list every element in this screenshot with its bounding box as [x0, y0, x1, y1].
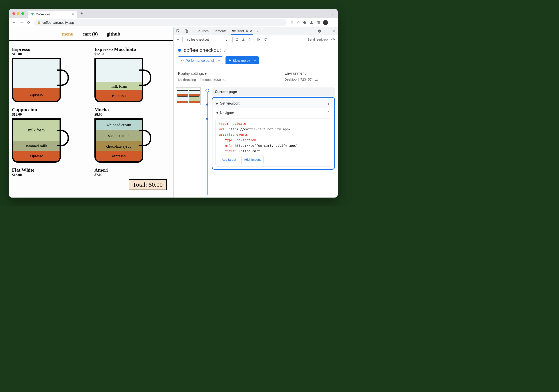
send-feedback-link[interactable]: Send feedback [308, 38, 328, 41]
chevron-right-icon: ▸ [216, 101, 218, 106]
svg-point-8 [265, 40, 266, 41]
play-icon [228, 59, 232, 62]
step-menu-icon[interactable]: ⋮ [327, 101, 330, 106]
reload-button[interactable]: ⟳ [27, 20, 30, 25]
steps-area: Current page ⋮ ▸ Set viewport ⋮ [174, 85, 338, 197]
product-name: Cappuccino [12, 107, 88, 113]
new-recording-icon[interactable] [176, 38, 180, 41]
svg-rect-3 [185, 29, 187, 32]
address-bar: ← → ⟳ 🔒 coffee-cart.netlify.app ☆ ⋮ [9, 18, 338, 27]
add-timeout-button[interactable]: Add timeout [241, 156, 264, 164]
export-icon[interactable] [235, 38, 239, 41]
product-name: Flat White [12, 167, 88, 173]
step-current-page[interactable]: Current page ⋮ [212, 88, 335, 96]
maximize-window-icon[interactable] [21, 12, 24, 15]
step-over-icon[interactable] [257, 38, 261, 41]
svg-rect-0 [317, 21, 319, 24]
layer-whipped-cream: whipped cream [96, 120, 142, 130]
product-americano[interactable]: Americano $7.00 [94, 167, 170, 179]
forward-button[interactable]: → [19, 20, 24, 25]
browser-tab[interactable]: Coffee cart ✕ [28, 11, 77, 18]
product-cappuccino[interactable]: Cappuccino $19.00 milk foam steamed milk… [12, 107, 88, 165]
extensions-icon[interactable] [303, 21, 307, 24]
product-price: $8.00 [94, 113, 170, 116]
step-group-selected: ▸ Set viewport ⋮ ▾ Navigate ⋮ [212, 97, 335, 170]
nav-github[interactable]: github [107, 31, 120, 37]
step-set-viewport[interactable]: ▸ Set viewport ⋮ [213, 99, 334, 108]
tab-elements[interactable]: Elements [213, 29, 227, 33]
settings-row: Replay settings▸ No throttling Timeout: … [174, 68, 338, 85]
vue-favicon-icon [31, 12, 34, 16]
product-mocha[interactable]: Mocha $8.00 whipped cream steamed milk c… [94, 107, 170, 165]
product-flat-white[interactable]: Flat White $18.00 [12, 167, 88, 179]
step-thumbnail[interactable] [176, 88, 201, 105]
product-name: Americano [94, 167, 108, 173]
back-button[interactable]: ← [12, 20, 16, 25]
step-menu-icon[interactable]: ⋮ [327, 111, 330, 115]
replay-settings[interactable]: Replay settings▸ No throttling Timeout: … [178, 71, 284, 81]
svg-rect-7 [258, 38, 258, 40]
recorder-toolbar: coffee checkout ⌄ Send feedback [174, 35, 338, 44]
chevron-down-icon: ⌄ [225, 38, 228, 41]
settings-icon[interactable] [317, 29, 321, 33]
page-content: menu cart (0) github Espresso $10.00 esp… [9, 27, 173, 197]
viewport-value: 723×574 px [300, 78, 318, 81]
step-navigate[interactable]: ▾ Navigate ⋮ type: navigate url: https:/… [213, 108, 334, 167]
lock-icon: 🔒 [37, 21, 41, 24]
recording-controls: Performance panel ▾ Slow replay ▾ [174, 56, 338, 68]
tab-sources[interactable]: Sources [196, 29, 209, 33]
product-name: Mocha [94, 107, 170, 113]
close-window-icon[interactable] [12, 12, 15, 15]
tab-dropdown-icon[interactable]: ⌄ [332, 12, 334, 15]
share-icon[interactable] [290, 21, 294, 24]
close-tab-icon[interactable]: ✕ [250, 29, 253, 33]
profile-avatar[interactable] [323, 20, 328, 25]
recording-title: coffee checkout [184, 47, 221, 53]
mug-icon: espresso [12, 58, 70, 105]
step-menu-icon[interactable]: ⋮ [328, 90, 332, 94]
minimize-window-icon[interactable] [17, 12, 19, 15]
timeline-node [205, 89, 209, 92]
product-macchiato[interactable]: Espresso Macchiato $12.00 milk foam espr… [94, 46, 170, 105]
performance-panel-button[interactable]: Performance panel ▾ [178, 56, 223, 64]
product-price: $7.00 [94, 173, 170, 177]
import-icon[interactable] [242, 38, 245, 41]
close-devtools-icon[interactable]: ✕ [332, 29, 335, 33]
environment-settings: Environment Desktop 723×574 px [284, 71, 333, 81]
delete-icon[interactable] [248, 38, 251, 41]
layer-espresso: espresso [13, 151, 60, 161]
mug-icon: milk foam steamed milk espresso [12, 118, 70, 165]
add-target-button[interactable]: Add target [219, 156, 239, 164]
labs-icon[interactable] [310, 21, 313, 24]
kebab-menu-icon[interactable]: ⋮ [331, 20, 335, 25]
device-toggle-icon[interactable] [184, 29, 188, 33]
inspect-icon[interactable] [176, 29, 180, 33]
new-tab-button[interactable]: + [80, 11, 83, 16]
panel-icon[interactable] [316, 21, 320, 24]
recording-select[interactable]: coffee checkout ⌄ [185, 37, 230, 42]
help-icon[interactable] [331, 37, 335, 42]
close-tab-icon[interactable]: ✕ [72, 13, 74, 16]
chevron-down-icon[interactable]: ▾ [216, 58, 220, 62]
nav-menu[interactable]: menu [62, 31, 74, 37]
tab-recorder[interactable]: Recorder ✕ [231, 29, 253, 35]
timeline [203, 88, 212, 195]
tab-title: Coffee cart [36, 13, 50, 16]
url-field[interactable]: 🔒 coffee-cart.netlify.app [34, 19, 287, 26]
continue-icon[interactable] [263, 38, 268, 41]
bookmark-icon[interactable]: ☆ [297, 20, 300, 25]
more-tabs-icon[interactable]: » [257, 29, 258, 33]
product-price: $12.00 [94, 52, 170, 56]
title-bar: Coffee cart ✕ + ⌄ [9, 9, 338, 18]
product-espresso[interactable]: Espresso $10.00 espresso [12, 46, 88, 105]
cart-total-badge[interactable]: Total: $0.00 [129, 179, 167, 190]
device-value: Desktop [284, 78, 297, 81]
edit-title-icon[interactable] [224, 48, 228, 52]
layer-chocolate: chocolate syrup [96, 141, 142, 151]
product-price: $19.00 [12, 113, 88, 116]
nav-cart[interactable]: cart (0) [83, 31, 98, 37]
chevron-down-icon[interactable]: ▾ [252, 58, 256, 62]
timeout-value: Timeout: 5000 ms [200, 78, 226, 81]
slow-replay-button[interactable]: Slow replay ▾ [225, 56, 259, 64]
kebab-icon[interactable]: ⋮ [325, 29, 328, 33]
